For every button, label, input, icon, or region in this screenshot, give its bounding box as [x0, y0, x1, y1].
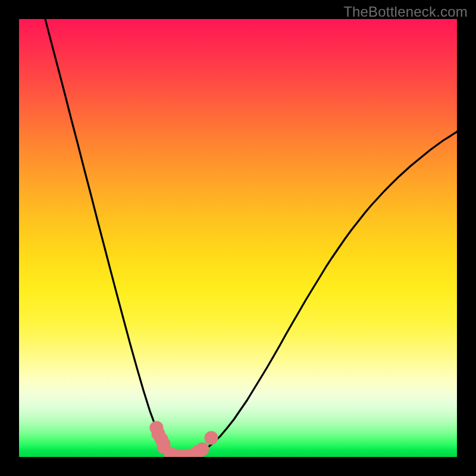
curve-overlay-svg [19, 19, 457, 457]
highlight-marker [205, 431, 218, 444]
chart-stage: TheBottleneck.com [0, 0, 476, 476]
highlight-marker [196, 442, 209, 456]
curve-right-branch [181, 131, 457, 457]
curve-left-branch [45, 19, 181, 457]
highlight-markers [150, 421, 218, 457]
watermark-text: TheBottleneck.com [343, 4, 468, 20]
plot-area [19, 19, 457, 457]
